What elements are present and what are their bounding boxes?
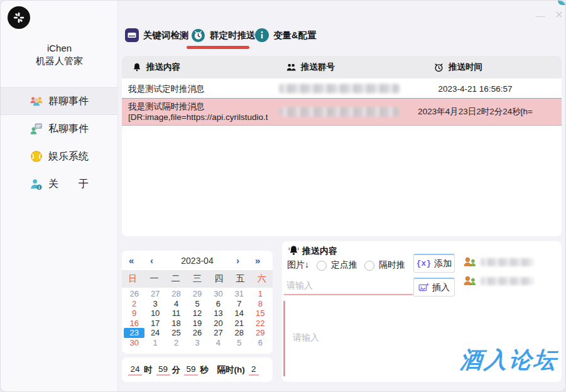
calendar-nav: « ‹ 2023-04 › » <box>122 254 273 267</box>
calendar-day[interactable]: 11 <box>166 308 187 318</box>
row-push-time: 2023年4月23日2时2分24秒[h= <box>398 106 552 117</box>
interval-input[interactable] <box>249 364 259 376</box>
table-row[interactable]: 我是测试定时推消息2023-4-21 16:56:57 <box>122 79 562 98</box>
second-unit-label: 秒 <box>200 364 209 376</box>
calendar-day[interactable]: 22 <box>250 318 271 329</box>
radio-interval-push[interactable] <box>364 261 374 271</box>
redacted-group-name <box>481 277 533 285</box>
push-message-textarea[interactable] <box>283 301 558 376</box>
radio-fixed-time-push[interactable] <box>317 261 327 271</box>
header-push-group: 推送群号 <box>266 56 354 79</box>
calendar-day[interactable]: 16 <box>124 318 144 329</box>
row-push-content: 我是测试隔时推消息[DR:image,file=https://api.cyri… <box>128 101 268 122</box>
calendar-day[interactable]: 4 <box>166 299 187 309</box>
calendar-day[interactable]: 27 <box>208 328 229 338</box>
tab-variables-config[interactable]: 变量&配置 <box>255 28 316 42</box>
add-button-label: 添加 <box>434 258 452 270</box>
sidebar-item-group-chat-events[interactable]: 群聊事件 <box>1 87 118 115</box>
calendar-day[interactable]: 20 <box>208 318 229 329</box>
calendar-day[interactable]: 1 <box>144 338 165 348</box>
calendar-day[interactable]: 2 <box>124 299 144 309</box>
header-label: 推送时间 <box>449 62 482 73</box>
header-push-content: 推送内容 <box>132 56 180 79</box>
group-list-item[interactable] <box>463 256 533 268</box>
calendar-day[interactable]: 31 <box>229 289 249 299</box>
tab-keyword-detection[interactable]: 关键词检测 <box>125 28 189 42</box>
calendar-day[interactable]: 6 <box>208 299 229 309</box>
tab-group-scheduled-push[interactable]: 群定时推送 <box>191 28 256 43</box>
calendar-day[interactable]: 14 <box>229 308 249 318</box>
image-label: 图片↓ <box>287 259 309 271</box>
weekday-label: 一 <box>143 273 165 285</box>
calendar-day[interactable]: 6 <box>250 338 271 348</box>
image-url-input[interactable] <box>284 278 413 295</box>
calendar-day[interactable]: 2 <box>166 338 187 348</box>
calendar-day[interactable]: 10 <box>144 308 165 318</box>
calendar-day[interactable]: 4 <box>208 338 229 348</box>
calendar-day[interactable]: 18 <box>166 318 187 329</box>
calendar-day[interactable]: 21 <box>229 318 249 329</box>
weekday-label: 二 <box>165 273 187 285</box>
close-button[interactable]: ✕ <box>552 8 566 21</box>
sidebar-item-private-chat-events[interactable]: 私聊事件 <box>1 115 118 143</box>
group-people-icon <box>30 94 43 108</box>
calendar-day[interactable]: 9 <box>124 308 144 318</box>
hour-input[interactable] <box>128 364 142 376</box>
interval-label: 隔时(h) <box>217 364 245 376</box>
next-month-button[interactable]: › <box>236 254 239 267</box>
info-icon <box>255 28 269 42</box>
calendar-day[interactable]: 3 <box>144 299 165 309</box>
calendar-day[interactable]: 17 <box>144 318 165 329</box>
sidebar-item-entertainment[interactable]: 娱乐系统 <box>1 143 118 170</box>
app-title-line2: 机器人管家 <box>1 55 118 67</box>
table-row[interactable]: 我是测试隔时推消息[DR:image,file=https://api.cyri… <box>122 98 562 126</box>
header-label: 推送内容 <box>146 62 180 73</box>
weekday-label: 四 <box>208 273 229 285</box>
app-window: iChen 机器人管家 群聊事件 私聊事件 <box>0 0 566 392</box>
calendar-day[interactable]: 24 <box>144 328 165 338</box>
keyword-icon <box>125 28 139 42</box>
people-icon <box>286 63 297 72</box>
calendar-day[interactable]: 3 <box>187 338 207 348</box>
calendar-day[interactable]: 7 <box>229 299 249 309</box>
calendar-day[interactable]: 27 <box>144 289 165 299</box>
calendar-day[interactable]: 19 <box>187 318 207 329</box>
next-year-button[interactable]: » <box>255 254 260 267</box>
insert-button[interactable]: 插入 <box>413 278 455 297</box>
second-input[interactable] <box>184 364 198 376</box>
calendar-day[interactable]: 28 <box>229 328 249 338</box>
calendar-day[interactable]: 30 <box>124 338 144 348</box>
calendar-grid: 2627282930311234567891011121314151617181… <box>124 289 271 347</box>
calendar-day[interactable]: 5 <box>187 299 207 309</box>
calendar-day[interactable]: 8 <box>250 299 271 309</box>
calendar-day[interactable]: 13 <box>208 308 229 318</box>
group-members-icon <box>463 256 477 268</box>
push-table: 推送内容 推送群号 推送时间 <box>122 56 562 236</box>
person-chat-icon <box>30 122 43 136</box>
minimize-button[interactable]: — <box>533 9 547 21</box>
sidebar-item-about[interactable]: 关 于 <box>1 170 118 198</box>
calendar-day[interactable]: 26 <box>187 328 207 338</box>
calendar-day[interactable]: 12 <box>187 308 207 318</box>
calendar-day-selected[interactable]: 23 <box>124 328 144 338</box>
radio-label-fixed: 定点推 <box>331 259 357 271</box>
calendar-day[interactable]: 30 <box>208 289 229 299</box>
calendar-day[interactable]: 25 <box>166 328 187 338</box>
sidebar: iChen 机器人管家 群聊事件 私聊事件 <box>1 1 118 392</box>
minute-input[interactable] <box>156 364 170 376</box>
calendar-day[interactable]: 15 <box>250 308 271 318</box>
add-button[interactable]: {x} 添加 <box>413 254 455 273</box>
calendar-day[interactable]: 5 <box>229 338 249 348</box>
bell-icon <box>132 62 142 72</box>
calendar-weekdays: 日一二三四五六 <box>122 270 273 288</box>
person-info-icon <box>30 177 43 191</box>
weekday-label: 日 <box>122 273 143 285</box>
header-label: 推送群号 <box>301 62 335 73</box>
screen: iChen 机器人管家 群聊事件 私聊事件 <box>0 0 566 392</box>
calendar-day[interactable]: 29 <box>187 289 207 299</box>
calendar-day[interactable]: 28 <box>166 289 187 299</box>
group-list-item[interactable] <box>463 275 533 286</box>
calendar-day[interactable]: 29 <box>250 328 271 338</box>
calendar-day[interactable]: 26 <box>124 289 144 299</box>
calendar-day[interactable]: 1 <box>250 289 271 299</box>
